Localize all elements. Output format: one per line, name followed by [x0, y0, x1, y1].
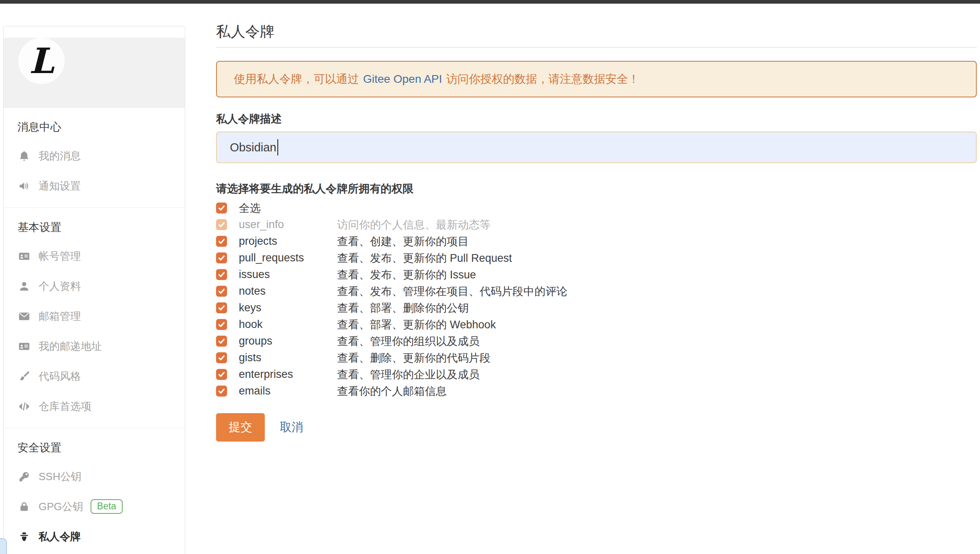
sidebar-section-header: 基本设置: [4, 208, 185, 241]
sidebar-item-label: 通知设置: [39, 179, 81, 193]
sidebar-item-notification-settings[interactable]: 通知设置: [4, 171, 185, 201]
id-card-icon: [18, 250, 30, 262]
permission-row-projects[interactable]: projects查看、创建、更新你的项目: [216, 233, 977, 250]
permissions-list: 全选user_info访问你的个人信息、最新动态等projects查看、创建、更…: [216, 200, 977, 399]
permission-name: keys: [239, 302, 337, 314]
permission-description: 查看、部署、更新你的 Webhook: [337, 317, 496, 332]
checkbox-notes[interactable]: [216, 286, 227, 297]
permission-row-user_info[interactable]: user_info访问你的个人信息、最新动态等: [216, 216, 977, 233]
permission-row-enterprises[interactable]: enterprises查看、管理你的企业以及成员: [216, 366, 977, 383]
sidebar-item-label: 代码风格: [39, 369, 81, 384]
avatar[interactable]: L: [18, 38, 65, 84]
permission-description: 查看、发布、更新你的 Pull Request: [337, 251, 512, 265]
permission-name: hook: [239, 318, 337, 331]
sidebar-item-code-style[interactable]: 代码风格: [4, 361, 185, 391]
permission-description: 查看、创建、更新你的项目: [337, 234, 469, 249]
permission-row-emails[interactable]: emails查看你的个人邮箱信息: [216, 383, 977, 399]
sidebar-item-ssh-keys[interactable]: SSH公钥: [4, 461, 185, 491]
permission-description: 查看、管理你的组织以及成员: [337, 334, 480, 349]
token-description-value: Obsidian: [230, 141, 276, 154]
paintbrush-icon: [18, 371, 30, 382]
sidebar-item-label: GPG公钥: [39, 500, 83, 514]
checkbox-pull_requests[interactable]: [216, 252, 227, 263]
permission-description: 查看你的个人邮箱信息: [337, 384, 447, 399]
envelope-icon: [18, 310, 30, 322]
corner-widget: [0, 538, 7, 554]
settings-page: L 消息中心我的消息通知设置基本设置帐号管理个人资料邮箱管理我的邮递地址代码风格…: [0, 0, 980, 554]
beta-badge: Beta: [91, 499, 123, 513]
sidebar-item-account-management[interactable]: 帐号管理: [4, 241, 185, 271]
checkbox-groups[interactable]: [216, 336, 227, 347]
settings-sidebar: L 消息中心我的消息通知设置基本设置帐号管理个人资料邮箱管理我的邮递地址代码风格…: [3, 26, 185, 554]
sidebar-item-gpg-keys[interactable]: GPG公钥Beta: [4, 491, 185, 522]
permission-row-gists[interactable]: gists查看、删除、更新你的代码片段: [216, 349, 977, 366]
permission-name: groups: [239, 335, 337, 347]
alert-text-suffix: 访问你授权的数据，请注意数据安全！: [446, 71, 640, 87]
permission-name: emails: [239, 385, 337, 397]
permission-description: 查看、发布、管理你在项目、代码片段中的评论: [337, 284, 567, 299]
permission-name: 全选: [239, 201, 337, 216]
sidebar-item-login-history[interactable]: 登录历史: [4, 552, 185, 554]
permission-row-全选[interactable]: 全选: [216, 200, 977, 216]
permission-description: 访问你的个人信息、最新动态等: [337, 218, 491, 232]
user-icon: [18, 280, 30, 292]
sidebar-item-label: 帐号管理: [39, 249, 81, 263]
permission-name: gists: [239, 351, 337, 364]
form-actions: 提交 取消: [216, 413, 977, 442]
checkbox-全选[interactable]: [216, 203, 227, 213]
token-description-input[interactable]: Obsidian: [216, 131, 977, 163]
permission-name: pull_requests: [239, 252, 337, 264]
sidebar-item-personal-tokens[interactable]: 私人令牌: [4, 522, 185, 552]
sidebar-item-postal-address[interactable]: 我的邮递地址: [4, 331, 185, 361]
cancel-link[interactable]: 取消: [280, 419, 303, 435]
checkbox-emails[interactable]: [216, 386, 227, 397]
sidebar-item-label: 我的消息: [39, 149, 81, 163]
sidebar-item-profile[interactable]: 个人资料: [4, 271, 185, 301]
sidebar-item-label: 邮箱管理: [39, 309, 81, 323]
address-card-icon: [18, 341, 30, 352]
sidebar-nav: 消息中心我的消息通知设置基本设置帐号管理个人资料邮箱管理我的邮递地址代码风格仓库…: [4, 108, 185, 554]
sidebar-item-repo-preferences[interactable]: 仓库首选项: [4, 391, 185, 421]
logo-letter: L: [29, 43, 54, 78]
permission-row-pull_requests[interactable]: pull_requests查看、发布、更新你的 Pull Request: [216, 250, 977, 266]
sidebar-item-label: SSH公钥: [39, 470, 81, 484]
sidebar-item-label: 个人资料: [39, 279, 81, 293]
main-content: 私人令牌 使用私人令牌，可以通过 Gitee Open API 访问你授权的数据…: [216, 0, 977, 442]
checkbox-hook[interactable]: [216, 319, 227, 330]
token-description-label: 私人令牌描述: [216, 113, 977, 125]
permission-row-hook[interactable]: hook查看、部署、更新你的 Webhook: [216, 316, 977, 333]
permission-name: user_info: [239, 218, 337, 231]
checkbox-gists[interactable]: [216, 352, 227, 363]
speaker-icon: [18, 180, 30, 192]
sidebar-item-email-management[interactable]: 邮箱管理: [4, 301, 185, 331]
permission-row-issues[interactable]: issues查看、发布、更新你的 Issue: [216, 266, 977, 283]
permission-row-keys[interactable]: keys查看、部署、删除你的公钥: [216, 300, 977, 316]
permission-name: notes: [239, 285, 337, 297]
checkbox-user_info: [216, 219, 227, 230]
text-cursor: [277, 139, 278, 155]
alert-text-prefix: 使用私人令牌，可以通过: [234, 71, 359, 87]
sidebar-item-label: 我的邮递地址: [39, 339, 102, 354]
gitee-open-api-link[interactable]: Gitee Open API: [363, 73, 442, 86]
sidebar-item-my-messages[interactable]: 我的消息: [4, 141, 185, 171]
sidebar-item-label: 仓库首选项: [39, 399, 91, 414]
sidebar-section-header: 消息中心: [4, 108, 185, 141]
permission-description: 查看、发布、更新你的 Issue: [337, 267, 476, 282]
permission-name: issues: [239, 268, 337, 281]
code-icon: [18, 401, 30, 412]
permission-row-notes[interactable]: notes查看、发布、管理你在项目、代码片段中的评论: [216, 283, 977, 300]
permission-name: projects: [239, 235, 337, 248]
submit-button[interactable]: 提交: [216, 413, 265, 442]
permission-row-groups[interactable]: groups查看、管理你的组织以及成员: [216, 333, 977, 349]
checkbox-enterprises[interactable]: [216, 369, 227, 380]
lock-icon: [18, 501, 30, 513]
checkbox-projects[interactable]: [216, 236, 227, 247]
sidebar-item-label: 私人令牌: [39, 530, 81, 544]
page-title: 私人令牌: [216, 24, 977, 48]
permissions-label: 请选择将要生成的私人令牌所拥有的权限: [216, 183, 977, 195]
spy-icon: [18, 531, 30, 543]
checkbox-issues[interactable]: [216, 269, 227, 280]
sidebar-section-header: 安全设置: [4, 428, 185, 461]
checkbox-keys[interactable]: [216, 302, 227, 313]
bell-icon: [18, 150, 30, 162]
